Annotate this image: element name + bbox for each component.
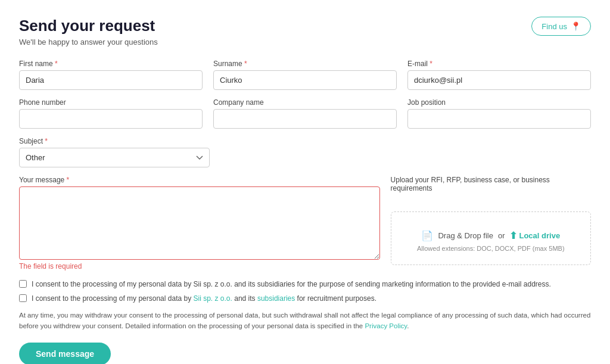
local-drive-label: Local drive <box>519 231 560 240</box>
page-title: Send your request <box>19 17 158 35</box>
legal-text: At any time, you may withdraw your conse… <box>19 310 591 332</box>
consent-item-1: I consent to the processing of my person… <box>19 279 591 290</box>
file-icon: 📄 <box>421 230 433 241</box>
surname-group: Surname * <box>213 60 397 90</box>
first-name-group: First name * <box>19 60 203 90</box>
drag-drop-text: Drag & Drop file <box>438 231 493 240</box>
contact-form: First name * Surname * E-mail * Phone nu… <box>19 60 591 364</box>
subject-group: Subject * Other General inquiry Technica… <box>19 137 210 167</box>
or-text: or <box>498 231 505 240</box>
local-drive-button[interactable]: ⬆ Local drive <box>509 230 560 241</box>
job-position-input[interactable] <box>407 109 591 129</box>
page-wrapper: Send your request We'll be happy to answ… <box>0 0 610 364</box>
upload-label: Upload your RFI, RFP, business case, or … <box>391 176 591 192</box>
first-name-label: First name * <box>19 60 203 68</box>
page-subtitle: We'll be happy to answer your questions <box>19 38 158 46</box>
company-label: Company name <box>213 98 397 107</box>
email-label: E-mail * <box>407 60 591 68</box>
message-error: The field is required <box>19 262 380 270</box>
message-group: Your message * The field is required <box>19 176 380 270</box>
email-group: E-mail * <box>407 60 591 90</box>
phone-input[interactable] <box>19 109 203 129</box>
job-position-group: Job position <box>407 98 591 129</box>
consent-link-sii[interactable]: Sii sp. z o.o. <box>194 294 232 303</box>
phone-group: Phone number <box>19 98 203 129</box>
company-group: Company name <box>213 98 397 129</box>
consent-link-subsidiaries[interactable]: subsidiaries <box>257 294 295 303</box>
upload-note: Allowed extensions: DOC, DOCX, PDF (max … <box>417 245 565 252</box>
consent-text-1: I consent to the processing of my person… <box>32 279 551 290</box>
consent-checkbox-2[interactable] <box>19 294 27 302</box>
location-icon: 📍 <box>571 21 581 31</box>
surname-input[interactable] <box>213 70 397 90</box>
privacy-policy-link[interactable]: Privacy Policy <box>365 322 407 329</box>
send-message-button[interactable]: Send message <box>19 343 111 364</box>
form-row-2: Phone number Company name Job position <box>19 98 591 129</box>
legal-text-after: . <box>407 322 409 329</box>
subject-select[interactable]: Other General inquiry Technical support … <box>19 148 210 167</box>
company-input[interactable] <box>213 109 397 129</box>
find-us-label: Find us <box>541 22 567 31</box>
upload-box[interactable]: 📄 Drag & Drop file or ⬆ Local drive Allo… <box>391 211 591 265</box>
consent-checkbox-1[interactable] <box>19 280 27 288</box>
legal-text-before: At any time, you may withdraw your conse… <box>19 312 590 329</box>
message-label: Your message * <box>19 176 380 184</box>
consent-text-2: I consent to the processing of my person… <box>32 293 376 304</box>
message-upload-row: Your message * The field is required Upl… <box>19 176 591 270</box>
consent-item-2: I consent to the processing of my person… <box>19 293 591 304</box>
first-name-input[interactable] <box>19 70 203 90</box>
email-input[interactable] <box>407 70 591 90</box>
subject-row: Subject * Other General inquiry Technica… <box>19 137 591 167</box>
consent-section: I consent to the processing of my person… <box>19 279 591 304</box>
phone-label: Phone number <box>19 98 203 107</box>
upload-icon: ⬆ <box>509 230 517 241</box>
upload-actions: 📄 Drag & Drop file or ⬆ Local drive <box>421 230 560 241</box>
form-row-1: First name * Surname * E-mail * <box>19 60 591 90</box>
upload-group: Upload your RFI, RFP, business case, or … <box>391 176 591 265</box>
surname-label: Surname * <box>213 60 397 68</box>
header-text: Send your request We'll be happy to answ… <box>19 17 158 46</box>
header-row: Send your request We'll be happy to answ… <box>19 17 591 46</box>
job-position-label: Job position <box>407 98 591 107</box>
subject-label: Subject * <box>19 137 210 145</box>
message-textarea[interactable] <box>19 186 380 260</box>
find-us-button[interactable]: Find us 📍 <box>531 17 591 36</box>
